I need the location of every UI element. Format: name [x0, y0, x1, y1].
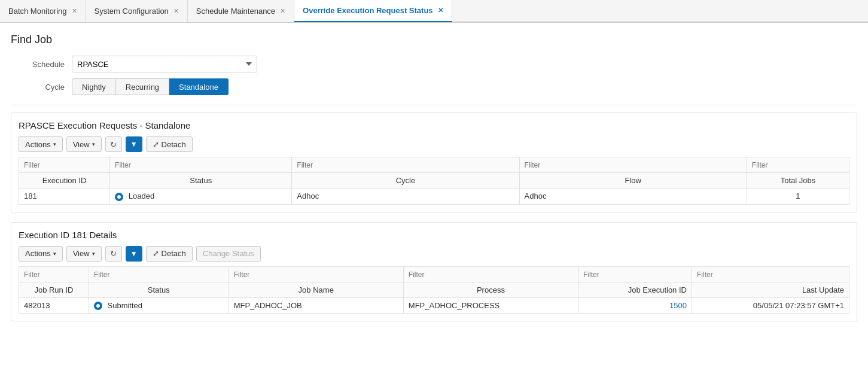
close-icon[interactable]: ✕	[280, 7, 285, 15]
find-job-title: Find Job	[11, 34, 857, 46]
bottom-actions-button[interactable]: Actions ▾	[19, 246, 63, 262]
filter-icon: ▼	[130, 250, 138, 258]
filter-total-jobs[interactable]	[752, 161, 844, 169]
col-header-job-status: Status	[89, 282, 229, 297]
col-header-flow: Flow	[519, 173, 747, 189]
tab-batch-monitoring[interactable]: Batch Monitoring ✕	[0, 0, 86, 22]
tab-label: System Configuration	[95, 7, 169, 16]
cell-flow: Adhoc	[519, 189, 747, 205]
schedule-label: Schedule	[11, 60, 65, 69]
cell-execution-id: 181	[19, 189, 110, 205]
dropdown-arrow-icon: ▾	[92, 251, 95, 257]
execution-details-title: Execution ID 181 Details	[19, 230, 849, 240]
cell-job-execution-id: 1500	[578, 297, 692, 314]
bottom-filter-button[interactable]: ▼	[126, 246, 142, 262]
bottom-table: Job Run ID Status Job Name Process Job E…	[19, 266, 849, 314]
filter-status[interactable]	[115, 161, 287, 169]
col-header-job-name: Job Name	[229, 282, 403, 297]
table-row[interactable]: 181 Loaded Adhoc Adhoc 1	[19, 189, 849, 205]
top-detach-label: Detach	[162, 140, 186, 149]
bottom-filter-row	[19, 266, 849, 282]
top-actions-label: Actions	[25, 140, 51, 149]
top-view-button[interactable]: View ▾	[66, 136, 102, 152]
bottom-refresh-button[interactable]: ↻	[105, 246, 122, 262]
cell-job-name: MFP_ADHOC_JOB	[229, 297, 403, 314]
cycle-row: Cycle Nightly Recurring Standalone	[11, 78, 857, 95]
filter-job-run-id[interactable]	[24, 271, 84, 279]
bottom-detach-button[interactable]: ⤢ Detach	[146, 246, 193, 262]
top-section-title: RPASCE Execution Requests - Standalone	[19, 120, 849, 130]
cell-job-status-text: Submitted	[108, 301, 143, 310]
table-row[interactable]: 482013 Submitted MFP_ADHOC_JOB MFP_ADHOC…	[19, 297, 849, 314]
detach-icon: ⤢	[153, 140, 159, 149]
close-icon[interactable]: ✕	[72, 7, 77, 15]
change-status-button[interactable]: Change Status	[196, 246, 261, 262]
section-divider	[11, 105, 857, 105]
cycle-standalone-button[interactable]: Standalone	[169, 78, 229, 95]
cell-cycle: Adhoc	[292, 189, 519, 205]
bottom-header-row: Job Run ID Status Job Name Process Job E…	[19, 282, 849, 297]
filter-icon: ▼	[130, 140, 138, 148]
col-header-job-run-id: Job Run ID	[19, 282, 89, 297]
top-filter-row	[19, 157, 849, 173]
top-filter-button[interactable]: ▼	[126, 136, 142, 152]
bottom-actions-label: Actions	[25, 249, 51, 258]
col-header-job-execution-id: Job Execution ID	[578, 282, 692, 297]
status-dot-icon	[115, 193, 123, 201]
tab-override-execution[interactable]: Override Execution Request Status ✕	[294, 0, 452, 22]
cycle-nightly-button[interactable]: Nightly	[72, 78, 116, 95]
tab-schedule-maintenance[interactable]: Schedule Maintenance ✕	[188, 0, 294, 22]
status-dot-icon	[94, 302, 102, 310]
tab-label: Schedule Maintenance	[196, 7, 275, 16]
col-header-total-jobs: Total Jobs	[747, 173, 849, 189]
cell-last-update: 05/05/21 07:23:57 GMT+1	[692, 297, 849, 314]
filter-flow[interactable]	[525, 161, 742, 169]
cell-status-text: Loaded	[129, 192, 154, 200]
filter-job-name[interactable]	[234, 271, 398, 279]
cell-process: MFP_ADHOC_PROCESS	[403, 297, 578, 314]
bottom-detach-label: Detach	[162, 249, 186, 258]
col-header-process: Process	[403, 282, 578, 297]
top-table: Execution ID Status Cycle Flow Total Job…	[19, 157, 849, 205]
col-header-status: Status	[110, 173, 292, 189]
filter-job-execution-id[interactable]	[583, 271, 687, 279]
cycle-label: Cycle	[11, 83, 65, 92]
filter-job-status[interactable]	[94, 271, 224, 279]
filter-last-update[interactable]	[697, 271, 844, 279]
top-view-label: View	[73, 140, 90, 149]
cell-job-run-id: 482013	[19, 297, 89, 314]
schedule-row: Schedule RPASCE	[11, 56, 857, 72]
bottom-toolbar: Actions ▾ View ▾ ↻ ▼ ⤢ Detach Change Sta…	[19, 246, 849, 262]
tabs-bar: Batch Monitoring ✕ System Configuration …	[0, 0, 868, 23]
tab-label: Batch Monitoring	[8, 7, 67, 16]
cell-job-status: Submitted	[89, 297, 229, 314]
main-content: Find Job Schedule RPASCE Cycle Nightly R…	[0, 23, 868, 321]
top-header-row: Execution ID Status Cycle Flow Total Job…	[19, 173, 849, 189]
bottom-view-button[interactable]: View ▾	[66, 246, 102, 262]
cell-total-jobs: 1	[747, 189, 849, 205]
filter-execution-id[interactable]	[24, 161, 105, 169]
schedule-select[interactable]: RPASCE	[72, 56, 257, 72]
col-header-last-update: Last Update	[692, 282, 849, 297]
change-status-label: Change Status	[203, 249, 254, 258]
detach-icon: ⤢	[153, 249, 159, 258]
col-header-execution-id: Execution ID	[19, 173, 110, 189]
refresh-icon: ↻	[110, 249, 117, 258]
filter-process[interactable]	[409, 271, 573, 279]
top-refresh-button[interactable]: ↻	[105, 136, 122, 152]
tab-label: Override Execution Request Status	[303, 6, 433, 15]
top-detach-button[interactable]: ⤢ Detach	[146, 136, 193, 152]
refresh-icon: ↻	[110, 140, 117, 149]
filter-cycle[interactable]	[297, 161, 514, 169]
close-icon[interactable]: ✕	[173, 7, 179, 15]
top-toolbar: Actions ▾ View ▾ ↻ ▼ ⤢ Detach	[19, 136, 849, 152]
dropdown-arrow-icon: ▾	[53, 141, 56, 147]
dropdown-arrow-icon: ▾	[53, 251, 56, 257]
cycle-recurring-button[interactable]: Recurring	[116, 78, 169, 95]
cycle-buttons: Nightly Recurring Standalone	[72, 78, 229, 95]
cell-status: Loaded	[110, 189, 292, 205]
tab-system-configuration[interactable]: System Configuration ✕	[86, 0, 188, 22]
close-icon[interactable]: ✕	[438, 7, 443, 14]
top-actions-button[interactable]: Actions ▾	[19, 136, 63, 152]
bottom-view-label: View	[73, 249, 90, 258]
